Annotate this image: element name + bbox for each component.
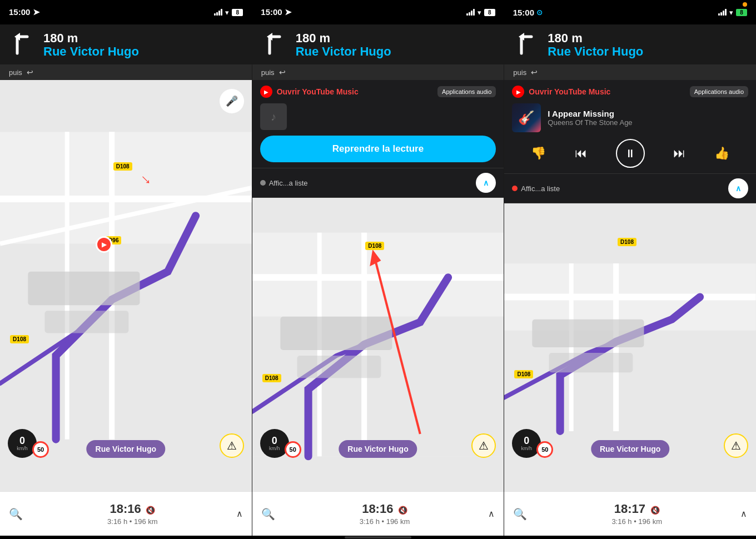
puis-text-3: puis (513, 68, 526, 77)
home-indicator (0, 536, 756, 539)
controls-3: 👎 ⏮ ⏸ ⏭ 👍 (512, 139, 748, 168)
expand-button-2[interactable]: ∧ (488, 508, 495, 519)
music-thumb-2: ♪ (260, 103, 287, 130)
audio-apps-button-2[interactable]: Applications audio (437, 86, 496, 97)
next-button-3[interactable]: ⏭ (673, 146, 685, 161)
previous-icon-3: ⏮ (575, 146, 587, 161)
resume-button-2[interactable]: Reprendre la lecture (260, 136, 496, 162)
mic-button-1[interactable]: 🎤 (220, 89, 244, 113)
svg-rect-25 (533, 320, 644, 347)
yt-label-3[interactable]: Ouvrir YouTube Music (529, 87, 610, 96)
mute-icon-3: 🔇 (650, 506, 660, 515)
thumbs-down-icon-3: 👎 (531, 146, 546, 161)
youtube-icon-3: ▶ (512, 86, 524, 98)
expand-button-3[interactable]: ∧ (740, 508, 747, 519)
nav-distance-1: 180 m (43, 32, 139, 45)
car-marker-1: ▶ (96, 236, 112, 253)
media-top-3: ▶ Ouvrir YouTube Music Applications audi… (512, 86, 748, 98)
status-cell-3: 15:00 ⊙ ▾ 8 (504, 0, 756, 24)
track-artist-3: Queens Of The Stone Age (548, 118, 632, 127)
search-button-1[interactable]: 🔍 (9, 507, 29, 521)
map-svg-1 (0, 80, 252, 491)
puis-icon-1: ↩ (27, 68, 33, 77)
panel-1: 180 m Rue Victor Hugo puis ↩ (0, 24, 252, 536)
speed-limit-2: 50 (285, 441, 301, 458)
eta-block-3: 18:17 🔇 3:16 h • 196 km (533, 502, 740, 526)
status-time-1: puis 15:00 ➤ (9, 7, 40, 17)
affic-text-3[interactable]: Affic...a liste (521, 184, 560, 193)
search-button-3[interactable]: 🔍 (513, 507, 533, 521)
battery-1: 8 (232, 9, 243, 16)
panel-3: 180 m Rue Victor Hugo puis ↩ ▶ Ouvrir Yo… (504, 24, 756, 536)
status-time-3: 15:00 ⊙ (513, 8, 543, 17)
speed-badge-1: 0 km/h (8, 429, 37, 458)
signal-bars-3 (718, 9, 727, 16)
pause-circle-3: ⏸ (616, 139, 645, 168)
svg-rect-16 (297, 356, 381, 378)
wifi-icon-3: ▾ (729, 8, 733, 17)
affic-text-2[interactable]: Affic...a liste (269, 179, 308, 187)
street-label-bottom-2: Rue Victor Hugo (339, 440, 417, 458)
chevron-up-button-2[interactable]: ∧ (476, 173, 496, 193)
speed-num-1: 0 (19, 436, 25, 446)
nav-info-1: 180 m Rue Victor Hugo (43, 32, 139, 58)
street-label-bottom-3: Rue Victor Hugo (591, 440, 669, 458)
eta-block-2: 18:16 🔇 3:16 h • 196 km (281, 502, 489, 526)
nav-info-3: 180 m Rue Victor Hugo (548, 32, 643, 58)
nav-header-3: 180 m Rue Victor Hugo (504, 24, 756, 64)
yt-label-2[interactable]: Ouvrir YouTube Music (277, 87, 359, 96)
puis-bar-3: puis ↩ (504, 64, 756, 80)
battery-3: 8 (736, 9, 747, 16)
warning-button-1[interactable]: ⚠ (220, 433, 244, 458)
eta-row-1: 18:16 🔇 (29, 502, 236, 516)
home-bar (345, 536, 411, 538)
album-art-inner-3: 🎸 (512, 103, 541, 132)
thumbs-up-icon-3: 👍 (714, 146, 729, 161)
bottom-bar-3: 🔍 18:17 🔇 3:16 h • 196 km ∧ (504, 491, 756, 536)
wifi-icon-2: ▾ (478, 8, 481, 17)
nav-distance-3: 180 m (548, 32, 643, 45)
track-info-3: 🎸 I Appear Missing Queens Of The Stone A… (512, 103, 748, 132)
thumbs-down-button-3[interactable]: 👎 (531, 146, 546, 161)
eta-sub-2: 3:16 h • 196 km (281, 517, 489, 526)
media-panel-2: ▶ Ouvrir YouTube Music Applications audi… (252, 80, 504, 168)
search-button-2[interactable]: 🔍 (261, 507, 281, 521)
nav-street-1: Rue Victor Hugo (43, 45, 139, 58)
puis-icon-2: ↩ (279, 68, 286, 77)
media-top-2: ▶ Ouvrir YouTube Music Applications audi… (260, 86, 496, 98)
nav-street-2: Rue Victor Hugo (296, 45, 391, 58)
panels-container: 180 m Rue Victor Hugo puis ↩ (0, 24, 756, 536)
pause-icon-3: ⏸ (625, 147, 636, 160)
speed-limit-1: 50 (32, 441, 49, 458)
media-content-2: ♪ (260, 103, 496, 130)
pause-button-3[interactable]: ⏸ (616, 139, 645, 168)
bottom-bar-1: 🔍 18:16 🔇 3:16 h • 196 km ∧ (0, 491, 252, 536)
status-time-2: 15:00 ➤ (261, 7, 292, 17)
previous-button-3[interactable]: ⏮ (575, 146, 587, 161)
turn-left-icon-3 (513, 31, 541, 59)
warning-button-3[interactable]: ⚠ (724, 433, 748, 458)
eta-time-2: 18:16 (362, 502, 393, 516)
road-label-d108-1a: D108 (113, 162, 132, 171)
puis-text-2: puis (261, 68, 275, 77)
speed-unit-1: km/h (17, 446, 28, 451)
album-art-3: 🎸 (512, 103, 541, 132)
panel-2: 180 m Rue Victor Hugo puis ↩ ▶ Ouvrir Yo… (252, 24, 505, 536)
map-area-1: D108 D96 D108 🎤 → ▶ Rue Victor Hugo 0 km… (0, 80, 252, 491)
yt-play-icon-2: ▶ (264, 89, 268, 95)
car-icon-1: ▶ (96, 236, 112, 253)
signal-bars-2 (466, 9, 475, 16)
expand-button-1[interactable]: ∧ (236, 508, 243, 519)
svg-rect-26 (549, 353, 633, 372)
speed-badge-2: 0 km/h (260, 429, 289, 458)
audio-apps-button-3[interactable]: Applications audio (690, 86, 748, 97)
chevron-up-button-3[interactable]: ∧ (728, 178, 748, 198)
thumbs-up-button-3[interactable]: 👍 (714, 146, 729, 161)
map-area-2: D108 D108 Rue Victor Hugo 0 km/h 50 ⚠ (252, 198, 504, 491)
puis-icon-3: ↩ (531, 68, 538, 77)
map-area-3: D108 D108 Rue Victor Hugo 0 km/h 50 ⚠ (504, 203, 756, 491)
speed-unit-2: km/h (269, 446, 280, 451)
eta-row-2: 18:16 🔇 (281, 502, 489, 516)
nav-info-2: 180 m Rue Victor Hugo (296, 32, 391, 58)
track-text-3: I Appear Missing Queens Of The Stone Age (548, 109, 632, 127)
